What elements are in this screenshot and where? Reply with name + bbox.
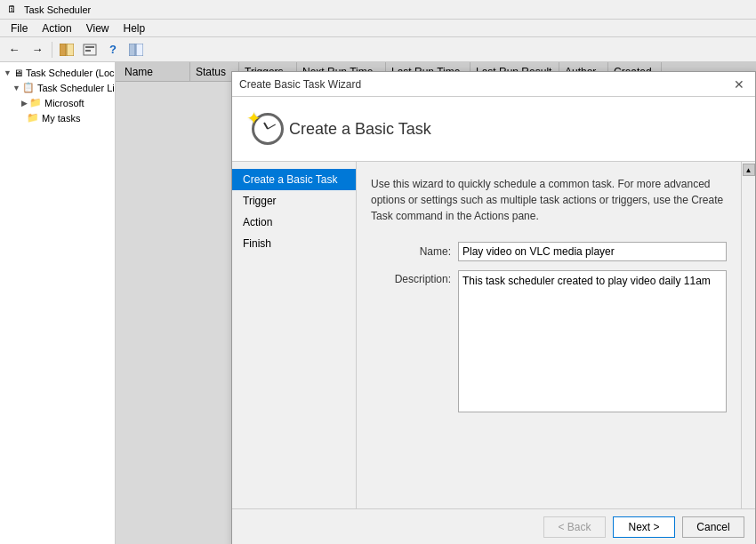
title-bar: 🗓 Task Scheduler xyxy=(0,0,756,20)
library-icon: 📋 xyxy=(22,82,35,93)
name-input[interactable] xyxy=(458,242,727,261)
dialog-header: ✦ Create a Basic Task xyxy=(232,97,755,162)
app-icon: 🗓 xyxy=(7,4,20,16)
svg-rect-4 xyxy=(85,50,91,52)
menu-file[interactable]: File xyxy=(4,20,35,36)
window-title: Task Scheduler xyxy=(24,4,91,15)
toolbar: ← → ? xyxy=(0,37,756,62)
sidebar-item-local[interactable]: ▼ 🖥 Task Scheduler (Local) xyxy=(0,66,115,80)
back-button[interactable]: ← xyxy=(4,40,25,60)
scrollbar[interactable]: ▲ xyxy=(741,162,755,508)
next-button[interactable]: Next > xyxy=(613,516,675,538)
microsoft-folder-icon: 📁 xyxy=(29,97,42,108)
back-button[interactable]: < Back xyxy=(543,516,606,538)
expand-microsoft-icon: ▶ xyxy=(21,99,28,108)
help-button[interactable]: ? xyxy=(102,40,124,60)
svg-rect-1 xyxy=(67,44,74,56)
dialog: Create Basic Task Wizard ✕ ✦ Create a Ba… xyxy=(231,71,756,544)
sidebar-label-local: Task Scheduler (Local) xyxy=(26,68,116,78)
svg-rect-5 xyxy=(129,44,135,56)
dialog-close-button[interactable]: ✕ xyxy=(730,76,748,93)
dialog-title-bar: Create Basic Task Wizard ✕ xyxy=(232,72,755,97)
svg-rect-6 xyxy=(136,44,143,56)
show-hide-button[interactable] xyxy=(56,40,77,60)
sidebar-label-microsoft: Microsoft xyxy=(44,98,84,108)
sidebar-item-library[interactable]: ▼ 📋 Task Scheduler Library xyxy=(0,80,115,95)
nav-item-trigger[interactable]: Trigger xyxy=(232,190,356,212)
dialog-body: Create a Basic Task Trigger Action Finis… xyxy=(232,162,755,508)
dialog-nav: Create a Basic Task Trigger Action Finis… xyxy=(232,162,357,508)
expand-library-icon: ▼ xyxy=(12,84,20,92)
content-area: Name Status Triggers Next Run Time Last … xyxy=(116,62,756,544)
scroll-up-btn[interactable]: ▲ xyxy=(743,164,755,176)
menu-action[interactable]: Action xyxy=(35,20,78,36)
description-label: Description: xyxy=(371,270,451,285)
nav-item-action[interactable]: Action xyxy=(232,212,356,233)
sidebar-item-mytasks[interactable]: 📁 My tasks xyxy=(0,110,115,125)
svg-rect-0 xyxy=(60,44,66,56)
dialog-title-text: Create Basic Task Wizard xyxy=(239,78,361,91)
modal-overlay: Create Basic Task Wizard ✕ ✦ Create a Ba… xyxy=(116,62,756,544)
svg-rect-3 xyxy=(85,46,94,48)
description-textarea[interactable]: This task scheduler created to play vide… xyxy=(458,270,727,412)
star-icon: ✦ xyxy=(246,108,261,129)
expand-local-icon: ▼ xyxy=(4,68,12,77)
name-row: Name: xyxy=(371,242,727,261)
menu-bar: File Action View Help xyxy=(0,20,756,37)
menu-help[interactable]: Help xyxy=(117,20,153,36)
nav-item-create[interactable]: Create a Basic Task xyxy=(232,169,356,190)
clock-hand-minute xyxy=(268,124,276,130)
nav-item-finish[interactable]: Finish xyxy=(232,233,356,254)
forward-button[interactable]: → xyxy=(27,40,48,60)
sidebar-label-mytasks: My tasks xyxy=(42,113,80,124)
mytasks-folder-icon: 📁 xyxy=(27,112,39,124)
main-layout: ▼ 🖥 Task Scheduler (Local) ▼ 📋 Task Sche… xyxy=(0,62,756,544)
dialog-footer: < Back Next > Cancel xyxy=(232,508,755,544)
computer-icon: 🖥 xyxy=(13,68,23,78)
sidebar-label-library: Task Scheduler Library xyxy=(37,83,116,93)
properties-button[interactable] xyxy=(79,40,101,60)
name-label: Name: xyxy=(371,245,451,258)
task-wizard-icon: ✦ xyxy=(246,108,289,150)
menu-view[interactable]: View xyxy=(79,20,117,36)
toolbar-separator-1 xyxy=(52,42,52,58)
sidebar-item-microsoft[interactable]: ▶ 📁 Microsoft xyxy=(0,95,115,110)
sidebar: ▼ 🖥 Task Scheduler (Local) ▼ 📋 Task Sche… xyxy=(0,62,116,544)
cancel-button[interactable]: Cancel xyxy=(682,516,744,538)
dialog-header-title: Create a Basic Task xyxy=(289,120,431,139)
extra-button[interactable] xyxy=(125,40,147,60)
dialog-content: Use this wizard to quickly schedule a co… xyxy=(357,162,741,508)
dialog-description: Use this wizard to quickly schedule a co… xyxy=(371,176,727,224)
description-row: Description: This task scheduler created… xyxy=(371,270,727,412)
